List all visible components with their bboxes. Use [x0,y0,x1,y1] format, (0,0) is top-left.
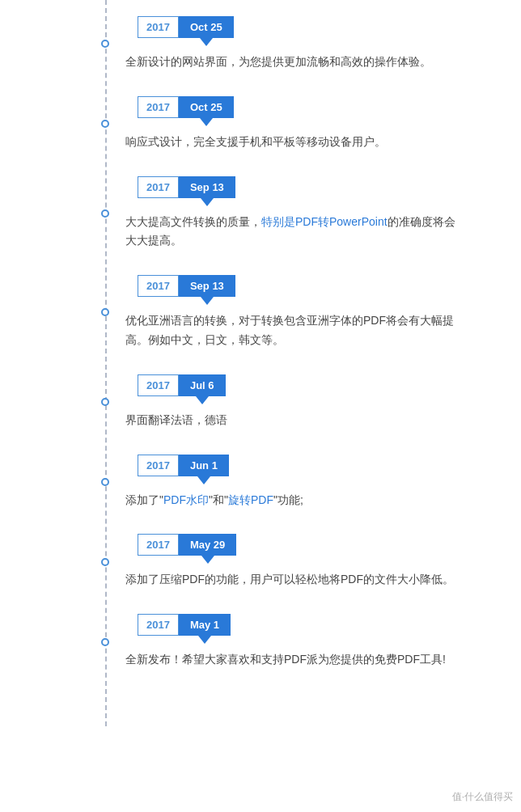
timeline-content: 全新设计的网站界面，为您提供更加流畅和高效的操作体验。 [125,53,465,72]
timeline-node [101,40,109,48]
date-badge-wrapper: 2017Oct 25 [121,16,234,38]
date-badge: 2017Oct 25 [121,96,234,118]
timeline-item: 2017Jun 1添加了"PDF水印"和"旋转PDF"功能; [105,455,521,510]
date-badge: 2017Sep 13 [121,275,235,297]
badge-arrow [196,396,209,404]
timeline-content: 响应式设计，完全支援手机和平板等移动设备用户。 [125,133,465,152]
date-badge-wrapper: 2017Oct 25 [121,96,234,118]
timeline-node [101,478,109,486]
badge-arrow [201,556,214,564]
timeline-item: 2017Oct 25全新设计的网站界面，为您提供更加流畅和高效的操作体验。 [105,16,521,72]
timeline-content: 界面翻译法语，德语 [125,411,465,430]
badge-arrow [200,38,213,46]
timeline-content: 添加了"PDF水印"和"旋转PDF"功能; [125,491,465,510]
badge-year: 2017 [138,614,179,636]
date-badge-wrapper: 2017Jun 1 [121,455,229,476]
timeline-node [101,638,109,646]
timeline-content: 全新发布！希望大家喜欢和支持PDF派为您提供的免费PDF工具! [125,650,465,670]
date-badge-wrapper: 2017Sep 13 [121,176,235,198]
badge-year: 2017 [138,534,179,556]
badge-month: May 29 [179,534,236,556]
date-badge: 2017Jul 6 [121,374,226,396]
timeline-content: 大大提高文件转换的质量，特别是PDF转PowerPoint的准确度将会大大提高。 [125,213,465,252]
badge-year: 2017 [138,176,179,198]
badge-arrow [201,198,214,206]
badge-month: May 1 [179,614,231,636]
timeline-item: 2017Sep 13大大提高文件转换的质量，特别是PDF转PowerPoint的… [105,176,521,252]
timeline-item: 2017May 1全新发布！希望大家喜欢和支持PDF派为您提供的免费PDF工具! [105,614,521,670]
date-badge: 2017May 29 [121,534,236,556]
timeline-item: 2017May 29添加了压缩PDF的功能，用户可以轻松地将PDF的文件大小降低… [105,534,521,590]
timeline-item: 2017Oct 25响应式设计，完全支援手机和平板等移动设备用户。 [105,96,521,152]
badge-year: 2017 [138,96,179,118]
timeline-item: 2017Sep 13优化亚洲语言的转换，对于转换包含亚洲字体的PDF将会有大幅提… [105,275,521,350]
date-badge: 2017May 1 [121,614,231,636]
date-badge-wrapper: 2017May 29 [121,534,236,556]
badge-month: Oct 25 [179,96,234,118]
badge-arrow [201,297,214,305]
badge-year: 2017 [138,275,179,297]
timeline-node [101,398,109,406]
timeline-container: 2017Oct 25全新设计的网站界面，为您提供更加流畅和高效的操作体验。201… [105,0,521,726]
badge-year: 2017 [138,16,179,38]
timeline-node [101,308,109,316]
badge-year: 2017 [138,455,179,476]
timeline-content: 添加了压缩PDF的功能，用户可以轻松地将PDF的文件大小降低。 [125,570,465,590]
badge-month: Jul 6 [179,374,226,396]
badge-month: Sep 13 [179,275,235,297]
badge-month: Jun 1 [179,455,229,476]
timeline-node [101,209,109,218]
date-badge-wrapper: 2017Jul 6 [121,374,226,396]
badge-year: 2017 [138,374,179,396]
date-badge: 2017Oct 25 [121,16,234,38]
badge-month: Sep 13 [179,176,235,198]
badge-month: Oct 25 [179,16,234,38]
badge-arrow [197,476,210,484]
date-badge: 2017Jun 1 [121,455,229,476]
watermark-badge: 值·什么值得买 [452,790,513,804]
timeline-content: 优化亚洲语言的转换，对于转换包含亚洲字体的PDF将会有大幅提高。例如中文，日文，… [125,311,465,350]
badge-arrow [200,118,213,126]
timeline-item: 2017Jul 6界面翻译法语，德语 [105,374,521,430]
date-badge-wrapper: 2017Sep 13 [121,275,235,297]
timeline-node [101,120,109,128]
date-badge: 2017Sep 13 [121,176,235,198]
date-badge-wrapper: 2017May 1 [121,614,231,636]
timeline-node [101,558,109,566]
badge-arrow [198,636,211,644]
